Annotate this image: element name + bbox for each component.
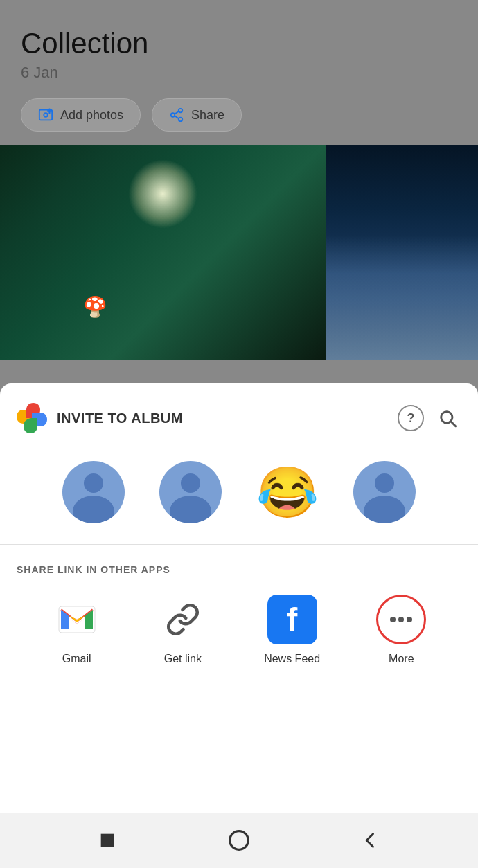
share-label: Share (191, 108, 224, 123)
svg-point-13 (398, 617, 404, 622)
svg-point-5 (171, 113, 175, 117)
background-section: Collection 6 Jan Add photos (0, 0, 478, 401)
search-icon (438, 408, 457, 428)
add-photos-label: Add photos (60, 108, 123, 123)
add-photos-button[interactable]: Add photos (21, 98, 141, 132)
link-icon (158, 595, 208, 644)
get-link-label: Get link (164, 653, 202, 665)
svg-point-1 (44, 113, 48, 117)
photo-left (0, 145, 326, 360)
share-icon (169, 107, 184, 123)
contact-avatar-emoji: 😂 (256, 461, 319, 523)
help-icon-button[interactable]: ? (398, 405, 424, 431)
svg-rect-15 (101, 834, 114, 847)
contact-2[interactable] (159, 461, 222, 523)
facebook-icon: f (267, 595, 317, 644)
svg-point-16 (230, 831, 249, 850)
svg-point-6 (179, 118, 183, 122)
photos-grid (0, 145, 478, 360)
share-link-section: SHARE LINK IN OTHER APPS Gmail (0, 545, 478, 676)
nav-bar (0, 813, 478, 868)
gmail-label: Gmail (62, 653, 91, 665)
news-feed-label: News Feed (264, 653, 320, 665)
svg-point-4 (179, 109, 183, 113)
invite-label: INVITE TO ALBUM (57, 410, 388, 426)
svg-point-12 (390, 617, 396, 622)
photo-right (326, 145, 478, 360)
gmail-icon (52, 595, 102, 644)
contact-avatar-2 (159, 461, 222, 523)
google-photos-icon (17, 403, 47, 433)
contact-4[interactable] (353, 461, 416, 523)
bottom-sheet: INVITE TO ALBUM ? 😂 SHARE LINK IN OTHER … (0, 383, 478, 868)
nav-stop-button[interactable] (95, 828, 120, 853)
get-link-app-item[interactable]: Get link (158, 595, 208, 665)
svg-line-8 (175, 116, 179, 118)
collection-header: Collection 6 Jan Add photos (0, 0, 478, 138)
contact-1[interactable] (62, 461, 125, 523)
contact-avatar-1 (62, 461, 125, 523)
contact-emoji[interactable]: 😂 (256, 461, 319, 523)
gmail-app-item[interactable]: Gmail (52, 595, 102, 665)
share-link-label: SHARE LINK IN OTHER APPS (17, 564, 461, 575)
more-label: More (389, 653, 414, 665)
contacts-row: 😂 (0, 447, 478, 544)
sheet-header: INVITE TO ALBUM ? (0, 383, 478, 447)
svg-line-10 (451, 422, 455, 426)
news-feed-app-item[interactable]: f News Feed (264, 595, 320, 665)
more-app-item[interactable]: More (376, 595, 426, 665)
back-icon (361, 831, 380, 850)
share-apps-row: Gmail Get link f News Feed (17, 595, 461, 665)
more-icon (376, 595, 426, 644)
chain-link-icon (166, 602, 200, 637)
collection-buttons: Add photos Share (21, 98, 457, 132)
nav-back-button[interactable] (358, 828, 383, 853)
home-circle-icon (228, 829, 250, 851)
svg-point-14 (407, 617, 412, 622)
dots-icon (389, 615, 414, 624)
collection-title: Collection (21, 28, 457, 60)
share-button[interactable]: Share (152, 98, 242, 132)
add-photos-icon (38, 107, 53, 123)
gmail-logo (58, 606, 96, 633)
nav-home-button[interactable] (227, 828, 251, 853)
contact-avatar-4 (353, 461, 416, 523)
svg-line-7 (175, 111, 179, 114)
search-button[interactable] (434, 404, 461, 432)
collection-date: 6 Jan (21, 64, 457, 82)
stop-icon (98, 831, 117, 850)
